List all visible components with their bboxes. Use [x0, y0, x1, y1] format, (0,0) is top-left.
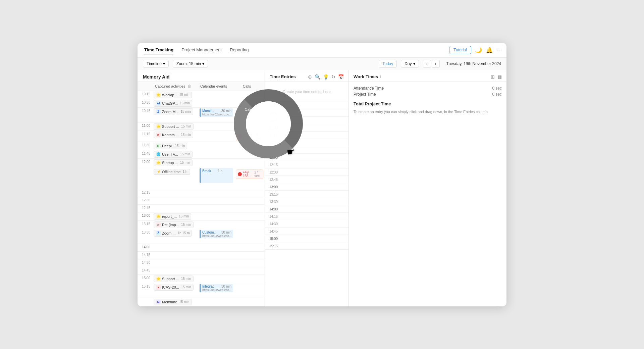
call-icon: [238, 134, 242, 138]
entries-empty-label: Create your time entries here: [265, 82, 348, 102]
table-row: 11:00 ⭐ Support ... 15 min: [138, 122, 265, 131]
entries-time-row: 10:45: [265, 117, 348, 124]
timeline-body[interactable]: 10:15 ⭐ Weclap... 15 min 10:30: [138, 91, 265, 306]
toolbar: Timeline ▾ Zoom: 15 min ▾ Today Day ▾ ‹ …: [138, 58, 506, 70]
table-row: 12:45: [138, 205, 265, 212]
entries-time-row: 15:00: [265, 235, 348, 242]
activity-chip[interactable]: ⭐ Startup ... 15 min: [154, 159, 193, 166]
calendar-cell: [198, 267, 234, 275]
captured-cell: M Memtime 15 min: [152, 298, 198, 306]
refresh-icon[interactable]: ↻: [331, 74, 335, 80]
activity-chip[interactable]: ⭐ report_... 15 min: [154, 213, 191, 220]
captured-cell: ⭐ Support ... 15 min: [152, 122, 198, 131]
chevron-down-icon: ▾: [413, 61, 415, 66]
activity-chip[interactable]: ⭐ Support ... 15 min: [154, 276, 194, 282]
table-row: 15:00 ⭐ Support ... 15 min: [138, 275, 265, 283]
activity-chip[interactable]: ⭐ Support ... 15 min: [154, 123, 194, 130]
entries-header: Time Entries ⊕ 🔍 💡 ↻ 📅: [265, 70, 348, 82]
star-icon: ⭐: [156, 277, 161, 281]
calendar-event[interactable]: Momti...30 min https://us02web.zoo...: [200, 108, 233, 117]
activity-chip[interactable]: ▲ [CAS-20... 15 min: [154, 284, 194, 291]
activity-chip[interactable]: Z Zoom ... 1h 15 m: [154, 230, 192, 237]
time-label: 11:45: [138, 150, 152, 156]
tab-time-tracking[interactable]: Time Tracking: [144, 46, 173, 54]
captured-cell: [152, 267, 198, 275]
prev-button[interactable]: ‹: [423, 60, 431, 68]
atlas-icon: ▲: [156, 285, 161, 290]
col-calendar-header: Calendar events: [196, 84, 232, 88]
tab-reporting[interactable]: Reporting: [230, 46, 249, 54]
calendar-cell: [198, 189, 234, 197]
day-select[interactable]: Day ▾: [401, 60, 419, 68]
chevron-down-icon: ▾: [202, 61, 204, 66]
day-label: Day: [405, 61, 412, 66]
calls-cell: [234, 150, 265, 158]
tutorial-button[interactable]: Tutorial: [449, 46, 471, 54]
settings-icon[interactable]: ⊞: [491, 74, 495, 80]
activity-chip[interactable]: M Memtime 15 min: [154, 299, 192, 305]
menu-icon[interactable]: ≡: [497, 47, 500, 53]
call-chip[interactable]: +49 174 6... 4 sec: [236, 132, 263, 141]
time-label: 14:30: [138, 259, 152, 265]
calendar-cell: [198, 259, 234, 267]
entries-time-row: 14:15: [265, 213, 348, 220]
calls-cell: [234, 229, 265, 237]
calendar-icon[interactable]: 📅: [338, 74, 344, 80]
nav-tabs: Time Tracking Project Management Reporti…: [144, 46, 449, 54]
date-display: Tuesday, 19th November 2024: [446, 61, 501, 66]
activity-chip[interactable]: ✉ Re: [Imp... 15 min: [154, 221, 194, 228]
time-label: 10:45: [138, 108, 152, 113]
add-icon[interactable]: ⊕: [308, 74, 312, 80]
work-header: Work Times ℹ ⊞ ▦: [349, 70, 506, 82]
activity-chip[interactable]: AI ChatGP... 15 min: [154, 100, 192, 107]
table-row: 10:45 Z Zoom M... 15 min Momti...30 min …: [138, 108, 265, 122]
zoom-select[interactable]: Zoom: 15 min ▾: [173, 60, 208, 68]
star-icon: ⭐: [156, 160, 161, 165]
activity-chip[interactable]: K Kantata ... 15 min: [154, 132, 193, 138]
calls-cell: [234, 142, 265, 149]
view-icon[interactable]: ▦: [497, 74, 502, 80]
calendar-cell: Integrat...30 min https://us02web.zoo...: [198, 283, 234, 293]
next-button[interactable]: ›: [432, 60, 440, 68]
captured-cell: [152, 259, 198, 267]
calls-cell: [234, 221, 265, 228]
captured-cell: [152, 244, 198, 251]
info-icon[interactable]: ℹ: [379, 74, 381, 79]
offline-chip[interactable]: ⚡ Offline time 1 h: [154, 169, 190, 175]
bell-icon[interactable]: 🔔: [486, 47, 493, 53]
entries-time-row: 13:15: [265, 191, 348, 198]
table-row: 10:15 ⭐ Weclap... 15 min: [138, 91, 265, 99]
time-label: 10:15: [138, 91, 152, 97]
today-button[interactable]: Today: [379, 60, 397, 68]
zoom-label: Zoom: 15 min: [176, 61, 201, 66]
call-chip[interactable]: +49 155... 27 sec: [236, 169, 263, 179]
calendar-cell: [198, 142, 234, 149]
info-icon[interactable]: 💡: [323, 74, 329, 80]
delete-icon[interactable]: 🗑: [187, 84, 192, 89]
star-icon: ⭐: [156, 124, 161, 129]
calls-cell: [234, 244, 265, 251]
captured-cell: [152, 197, 198, 204]
calls-cell: [234, 259, 265, 267]
calls-cell: +49 174 6... 4 sec: [234, 131, 265, 142]
break-event[interactable]: Break1 h: [200, 168, 233, 183]
work-times-panel: Work Times ℹ ⊞ ▦ Attendance Time 0 sec P…: [349, 70, 506, 306]
calendar-event[interactable]: Custom...30 min https://us02web.zoo...: [200, 230, 233, 238]
activity-chip[interactable]: D DeepL 15 min: [154, 143, 187, 149]
time-label: 12:15: [138, 189, 152, 195]
entries-time-row: 12:00: [265, 154, 348, 161]
entries-time-row: 14:00: [265, 205, 348, 213]
entries-title: Time Entries: [270, 74, 306, 79]
search-icon[interactable]: 🔍: [315, 74, 320, 80]
table-row: 14:30: [138, 259, 265, 267]
entries-body[interactable]: Create your time entries here 10:15 10:3…: [265, 82, 348, 306]
tab-project-management[interactable]: Project Management: [181, 46, 222, 54]
moon-icon[interactable]: 🌙: [475, 47, 482, 53]
view-select[interactable]: Timeline ▾: [143, 60, 169, 68]
calendar-cell: Momti...30 min https://us02web.zoo...: [198, 108, 234, 117]
activity-chip[interactable]: ⭐ Weclap... 15 min: [154, 92, 192, 98]
calendar-event[interactable]: Integrat...30 min https://us02web.zoo...: [200, 284, 233, 292]
activity-chip[interactable]: Z Zoom M... 15 min: [154, 108, 193, 115]
activity-chip[interactable]: 🌐 User | V... 15 min: [154, 151, 193, 158]
chevron-down-icon: ▾: [163, 61, 165, 66]
